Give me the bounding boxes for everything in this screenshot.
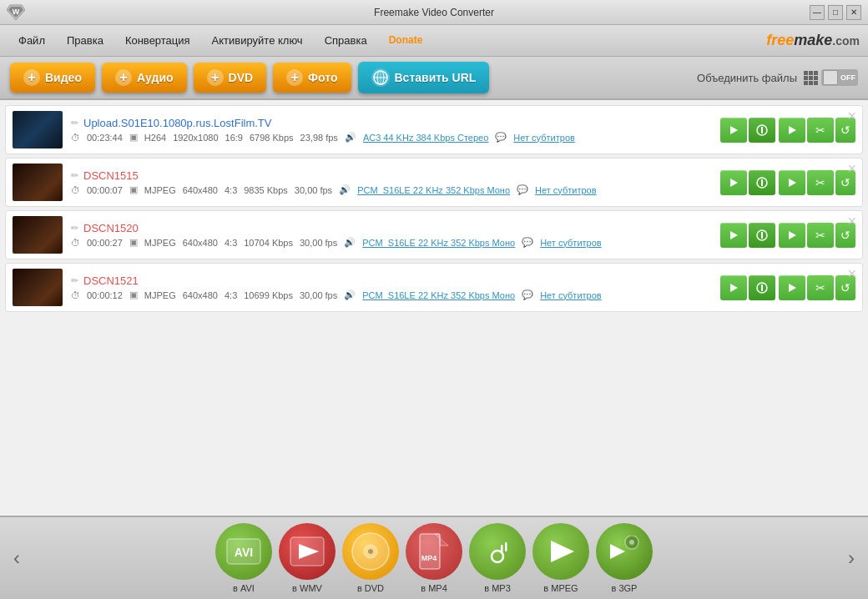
format-icon-inner: [342, 523, 399, 580]
menu-edit[interactable]: Правка: [57, 30, 114, 51]
audio-info[interactable]: PCM_S16LE 22 KHz 352 Kbps Моно: [357, 185, 510, 195]
fps: 30,00 fps: [300, 238, 337, 248]
remove-file-button[interactable]: ✕: [845, 162, 859, 175]
menu-help[interactable]: Справка: [315, 30, 377, 51]
svg-rect-18: [761, 284, 763, 286]
info-button[interactable]: [749, 275, 775, 300]
cut-button[interactable]: ✂: [807, 223, 834, 248]
format-dvd[interactable]: в DVD: [342, 523, 399, 593]
format-avi[interactable]: AVI в AVI: [215, 523, 272, 593]
format-icon-inner: [279, 523, 336, 580]
audio-info[interactable]: PCM_S16LE 22 KHz 352 Kbps Моно: [362, 238, 515, 248]
brand-name-part1: free: [766, 32, 794, 48]
menu-activate[interactable]: Активируйте ключ: [202, 30, 313, 51]
audio-icon: 🔊: [345, 132, 356, 143]
subtitle-info[interactable]: Нет субтитров: [540, 238, 602, 248]
insert-url-button[interactable]: Вставить URL: [358, 62, 490, 93]
cut-button[interactable]: ✂: [807, 170, 834, 195]
edit-icon[interactable]: ✏: [71, 170, 78, 181]
codec: MJPEG: [144, 185, 176, 195]
close-button[interactable]: ✕: [846, 5, 861, 20]
menu-convert[interactable]: Конвертация: [115, 30, 200, 51]
remove-file-button[interactable]: ✕: [845, 267, 859, 280]
format-icon-bg: [532, 523, 589, 580]
refresh-icon: ↺: [840, 281, 850, 294]
prev-format-button[interactable]: ‹: [7, 546, 27, 570]
toolbar: + Видео + Аудио + DVD + Фото Вставить UR…: [0, 57, 868, 100]
app-logo: W: [7, 3, 25, 22]
audio-icon: 🔊: [339, 184, 351, 195]
play-button[interactable]: [720, 223, 747, 248]
play-button[interactable]: [720, 118, 747, 143]
preview-button[interactable]: [779, 170, 805, 195]
menu-file[interactable]: Файл: [8, 30, 55, 51]
info-button[interactable]: [749, 223, 775, 248]
file-name: DSCN1515: [83, 169, 139, 182]
file-actions: ✂ ↺: [720, 275, 855, 300]
url-btn-label: Вставить URL: [395, 71, 477, 84]
merge-label: Объединить файлы: [697, 72, 797, 84]
window-controls: — □ ✕: [810, 5, 861, 20]
file-info: ✏ DSCN1521 ⏱ 00:00:12 ▣ MJPEG 640x480 4:…: [71, 274, 712, 300]
plus-icon: +: [286, 69, 303, 86]
edit-actions: ✂ ↺: [779, 275, 855, 300]
cut-button[interactable]: ✂: [807, 118, 834, 143]
file-meta: ⏱ 00:00:12 ▣ MJPEG 640x480 4:3 10699 Kbp…: [71, 289, 712, 300]
next-format-button[interactable]: ›: [841, 546, 861, 570]
file-item: ✏ DSCN1515 ⏱ 00:00:07 ▣ MJPEG 640x480 4:…: [5, 158, 863, 207]
play-icon: [789, 179, 796, 187]
add-video-button[interactable]: + Видео: [10, 63, 95, 93]
preview-button[interactable]: [779, 275, 805, 300]
toggle-off-label: OFF: [840, 73, 855, 82]
format-mpeg[interactable]: в MPEG: [532, 523, 589, 593]
file-thumbnail: [13, 216, 63, 254]
remove-file-button[interactable]: ✕: [845, 109, 859, 123]
subtitle-info[interactable]: Нет субтитров: [535, 185, 597, 195]
play-icon: [730, 179, 738, 187]
edit-icon[interactable]: ✏: [71, 223, 78, 234]
edit-icon[interactable]: ✏: [71, 275, 78, 286]
format-3gp[interactable]: в 3GP: [596, 523, 653, 593]
resolution: 640x480: [183, 290, 218, 300]
maximize-button[interactable]: □: [828, 5, 843, 20]
minimize-button[interactable]: —: [810, 5, 825, 20]
resolution: 640x480: [183, 185, 218, 195]
svg-rect-11: [761, 181, 763, 186]
menu-donate[interactable]: Donate: [379, 30, 433, 51]
title-bar: W Freemake Video Converter — □ ✕: [0, 0, 868, 25]
bitrate: 9835 Kbps: [244, 185, 288, 195]
duration: 00:00:07: [87, 185, 123, 195]
refresh-icon: ↺: [840, 176, 850, 189]
add-audio-button[interactable]: + Аудио: [102, 63, 187, 93]
video-icon: ▣: [129, 132, 138, 143]
format-mp4[interactable]: MP4 в MP4: [406, 523, 462, 593]
preview-button[interactable]: [779, 223, 805, 248]
edit-icon[interactable]: ✏: [71, 118, 78, 128]
format-wmv[interactable]: в WMV: [279, 523, 336, 593]
add-photo-button[interactable]: + Фото: [273, 63, 351, 93]
svg-rect-31: [505, 542, 507, 551]
format-mp3[interactable]: в MP3: [469, 523, 526, 593]
bitrate: 10704 Kbps: [244, 238, 293, 248]
aspect: 4:3: [225, 185, 237, 195]
svg-rect-15: [761, 232, 763, 234]
subtitle-info[interactable]: Нет субтитров: [513, 133, 575, 143]
play-button[interactable]: [720, 170, 747, 195]
toggle-knob: [823, 70, 838, 85]
remove-file-button[interactable]: ✕: [845, 214, 859, 228]
audio-info[interactable]: AC3 44 KHz 384 Kbps Стерео: [363, 133, 488, 143]
file-thumbnail: [13, 269, 63, 306]
info-button[interactable]: [749, 170, 775, 195]
brand-domain: .com: [832, 34, 860, 48]
add-dvd-button[interactable]: + DVD: [194, 63, 267, 93]
merge-toggle[interactable]: OFF: [821, 69, 858, 86]
cut-button[interactable]: ✂: [807, 275, 834, 300]
audio-info[interactable]: PCM_S16LE 22 KHz 352 Kbps Моно: [362, 290, 515, 300]
subtitle-info[interactable]: Нет субтитров: [540, 290, 602, 300]
preview-button[interactable]: [779, 118, 805, 143]
info-button[interactable]: [749, 118, 775, 143]
play-button[interactable]: [720, 275, 747, 300]
format-label: в MPEG: [543, 583, 578, 593]
play-actions: [720, 118, 775, 143]
edit-actions: ✂ ↺: [779, 170, 855, 195]
